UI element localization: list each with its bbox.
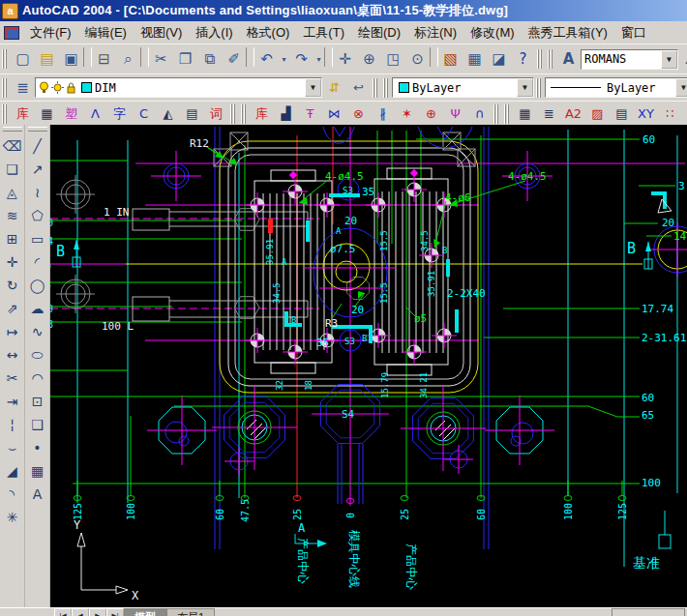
modify-chamfer-icon[interactable]: ◢ xyxy=(1,459,24,483)
menu-4-icon[interactable]: 格式(O) xyxy=(240,22,297,44)
draw-spline-icon[interactable]: ∿ xyxy=(26,320,49,343)
tool-undo-dropdown-icon[interactable]: ▾ xyxy=(279,47,289,71)
draw-ellipse-icon[interactable]: ⬭ xyxy=(26,343,49,367)
draw-mtext-icon[interactable]: A xyxy=(26,483,49,506)
modify-fillet-icon[interactable]: ◝ xyxy=(1,483,24,506)
toolbox-xy-coordinate-icon[interactable]: XY xyxy=(634,103,658,126)
toolbox-fitting-icon[interactable]: ⋈ xyxy=(322,103,346,126)
toolbar-grip[interactable] xyxy=(536,78,543,98)
layer-on-bulb-icon[interactable] xyxy=(39,81,49,94)
modify-mirror-icon[interactable]: ◬ xyxy=(1,181,24,204)
toolbar-grip[interactable] xyxy=(548,49,554,69)
menu-5-icon[interactable]: 工具(T) xyxy=(296,22,351,44)
toolbox-screen-icon[interactable]: ▤ xyxy=(180,103,204,126)
linetype-combo[interactable]: ByLayer ▼ xyxy=(545,77,687,98)
combo-dropdown-icon[interactable]: ▼ xyxy=(517,78,533,97)
tool-plot-icon[interactable]: ⊟ xyxy=(92,47,116,71)
title-bar[interactable]: a AutoCAD 2004 - [C:\Documents and Setti… xyxy=(0,0,687,21)
draw-polygon-icon[interactable]: ⬠ xyxy=(26,204,49,227)
layer-lock-icon[interactable] xyxy=(66,81,76,94)
toolbox-lifter-icon[interactable]: ∩ xyxy=(467,103,492,126)
draw-make-block-icon[interactable]: ❑ xyxy=(26,413,49,436)
modify-explode-icon[interactable]: ✳ xyxy=(1,506,24,529)
tool-properties-icon[interactable]: ▧ xyxy=(438,47,463,71)
tool-undo-icon[interactable]: ↶ xyxy=(254,47,279,71)
tool-pan-icon[interactable]: ✛ xyxy=(333,47,357,71)
modify-extend-icon[interactable]: ⇥ xyxy=(1,390,24,413)
toolbox-circle-tool-icon[interactable]: C xyxy=(132,103,156,126)
toolbox-bom-table-icon[interactable]: ▦ xyxy=(513,103,537,126)
drawing-canvas[interactable]: R121 IN100 LBB4-ø4.54-ø4.54-ø6S335S335S4… xyxy=(50,125,687,607)
tool-help-icon[interactable]: ? xyxy=(511,47,535,71)
tool-new-file-icon[interactable]: ▢ xyxy=(11,47,35,71)
tab-model[interactable]: 模型 xyxy=(124,608,166,616)
toolbox-screw-icon[interactable]: Ŧ xyxy=(298,103,322,126)
toolbox-guide-pin-icon[interactable]: ∦ xyxy=(371,103,395,126)
toolbox-part-library-icon[interactable]: 库 xyxy=(250,103,274,126)
layer-freeze-sun-icon[interactable] xyxy=(51,81,64,94)
modify-array-icon[interactable]: ⊞ xyxy=(1,227,24,250)
tab-nav-0-icon[interactable]: |◀ xyxy=(54,608,72,616)
menu-2-icon[interactable]: 视图(V) xyxy=(134,22,189,44)
draw-insert-block-icon[interactable]: ⊡ xyxy=(26,390,49,413)
layer-previous-icon[interactable]: ↩ xyxy=(346,76,371,100)
menu-9-icon[interactable]: 燕秀工具箱(Y) xyxy=(522,22,614,44)
tool-zoom-previous-icon[interactable]: ⊙ xyxy=(405,47,430,71)
toolbox-mirror-tool-icon[interactable]: ◭ xyxy=(156,103,180,126)
draw-construction-line-icon[interactable]: ↗ xyxy=(26,158,49,181)
layer-states-icon[interactable]: ⇵ xyxy=(322,76,346,100)
toolbox-locating-ring-icon[interactable]: ⊕ xyxy=(419,103,443,126)
toolbox-angle-icon[interactable]: Λ xyxy=(83,103,107,126)
tool-zoom-realtime-icon[interactable]: ⊕ xyxy=(357,47,381,71)
modify-lengthen-icon[interactable]: ↔ xyxy=(1,343,24,367)
color-combo[interactable]: ByLayer ▼ xyxy=(392,77,534,98)
toolbar-grip[interactable] xyxy=(230,104,237,124)
toolbox-mold-insert-icon[interactable]: ▟ xyxy=(274,103,298,126)
drawing-file-icon[interactable] xyxy=(4,26,19,40)
modify-move-icon[interactable]: ✛ xyxy=(1,250,24,274)
tool-tool-palettes-icon[interactable]: ◪ xyxy=(487,47,511,71)
modify-erase-icon[interactable]: ⌫ xyxy=(1,134,24,158)
modify-copy-object-icon[interactable]: ❏ xyxy=(1,158,24,181)
menu-7-icon[interactable]: 标注(N) xyxy=(407,22,463,44)
toolbar-grip[interactable] xyxy=(493,104,500,124)
dim-style-icon[interactable]: ∡ xyxy=(678,47,687,71)
toolbox-arc-tool-icon[interactable]: ⌒ xyxy=(682,103,687,126)
layer-combo[interactable]: DIM ▼ xyxy=(35,77,322,98)
text-style-combo[interactable]: ROMANS ▼ xyxy=(581,49,678,70)
menu-6-icon[interactable]: 绘图(D) xyxy=(351,22,407,44)
draw-line-icon[interactable]: ╱ xyxy=(26,134,49,158)
draw-polyline-icon[interactable]: ≀ xyxy=(26,181,49,204)
toolbox-grid-tool-icon[interactable]: ▤ xyxy=(610,103,634,126)
toolbox-text-tool-icon[interactable]: 字 xyxy=(107,103,132,126)
toolbox-wheel-icon[interactable]: ⊗ xyxy=(346,103,371,126)
draw-revision-cloud-icon[interactable]: ☁ xyxy=(26,297,49,320)
tool-save-icon[interactable]: ▣ xyxy=(59,47,83,71)
modify-trim-icon[interactable]: ✂ xyxy=(1,367,24,390)
toolbox-part-list-icon[interactable]: ≣ xyxy=(537,103,561,126)
draw-ellipse-arc-icon[interactable]: ◠ xyxy=(26,367,49,390)
draw-hatch-icon[interactable]: ▦ xyxy=(26,459,49,483)
toolbar-grip[interactable] xyxy=(2,78,9,98)
tool-copy-clip-icon[interactable]: ❐ xyxy=(173,47,197,71)
scrollbar-corner[interactable] xyxy=(612,608,685,616)
toolbar-grip[interactable] xyxy=(2,49,9,69)
tool-redo-dropdown-icon[interactable]: ▾ xyxy=(314,47,324,71)
tool-plot-preview-icon[interactable]: ⌕ xyxy=(116,47,140,71)
combo-dropdown-icon[interactable]: ▼ xyxy=(661,50,677,69)
draw-rectangle-icon[interactable]: ▭ xyxy=(26,227,49,250)
toolbar-grip[interactable] xyxy=(383,78,390,98)
modify-offset-icon[interactable]: ≋ xyxy=(1,204,24,227)
toolbox-title-block-icon[interactable]: ▨ xyxy=(585,103,610,126)
combo-dropdown-icon[interactable]: ▼ xyxy=(675,78,687,97)
tool-paste-icon[interactable]: ⧉ xyxy=(197,47,222,71)
draw-arc-icon[interactable]: ◜ xyxy=(26,250,49,274)
toolbox-mold-base-icon[interactable]: ▦ xyxy=(35,103,59,126)
menu-3-icon[interactable]: 插入(I) xyxy=(189,22,239,44)
toolbox-word-icon[interactable]: 词 xyxy=(204,103,228,126)
tool-redo-icon[interactable]: ↷ xyxy=(289,47,314,71)
tool-match-properties-icon[interactable]: ✐ xyxy=(222,47,246,71)
menu-10-icon[interactable]: 窗口 xyxy=(614,22,653,44)
modify-break-at-point-icon[interactable]: ¦ xyxy=(1,413,24,436)
tool-zoom-window-icon[interactable]: ◳ xyxy=(381,47,405,71)
